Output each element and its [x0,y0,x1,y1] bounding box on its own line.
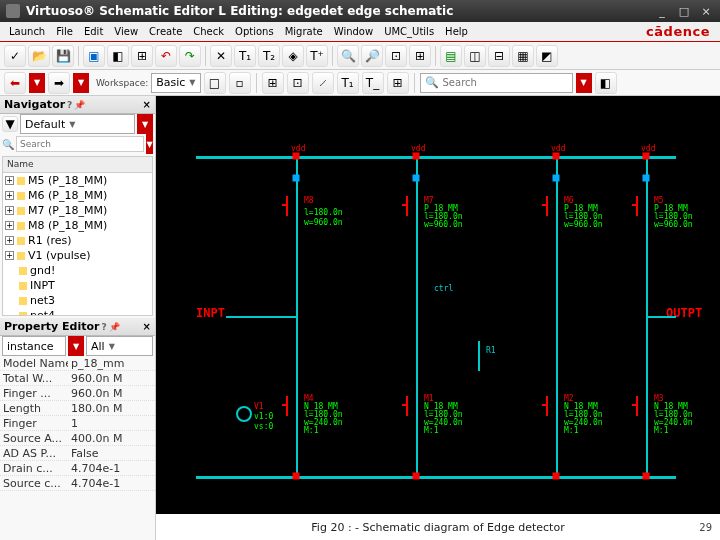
text-button[interactable]: T₁ [234,45,256,67]
search-box[interactable]: 🔍 [420,73,573,93]
search-input[interactable] [443,77,568,88]
expand-icon[interactable]: + [5,191,14,200]
expand-icon[interactable]: + [5,236,14,245]
redo-button[interactable]: ↷ [179,45,201,67]
schematic-canvas[interactable]: vdd vdd vdd vdd INPT OUTPT ctrl M8 l=1 [156,96,720,540]
undo-button[interactable]: ↶ [155,45,177,67]
expand-icon[interactable]: + [5,221,14,230]
menu-migrate[interactable]: Migrate [280,24,328,39]
menu-options[interactable]: Options [230,24,279,39]
menu-launch[interactable]: Launch [4,24,50,39]
tool-button[interactable]: ▫ [229,72,251,94]
navigator-tree[interactable]: Name +M5 (P_18_MM)+M6 (P_18_MM)+M7 (P_18… [2,156,153,316]
minimize-button[interactable]: _ [654,3,670,19]
prop-value[interactable]: 180.0n M [68,401,155,415]
maximize-button[interactable]: □ [676,3,692,19]
wire-button[interactable]: ⟋ [312,72,334,94]
tree-item[interactable]: +M5 (P_18_MM) [3,173,152,188]
tree-item[interactable]: net3 [3,293,152,308]
menu-window[interactable]: Window [329,24,378,39]
navigator-search-input[interactable] [16,136,144,152]
help-icon[interactable]: ? [101,322,106,332]
property-row[interactable]: Drain c...4.704e-1 [0,461,155,476]
search-dropdown[interactable]: ▼ [576,73,592,93]
property-row[interactable]: Total W...960.0n M [0,371,155,386]
search-dropdown[interactable]: ▼ [146,134,153,154]
prop-combo-2[interactable]: All▼ [86,336,153,356]
tool-button[interactable]: ◩ [536,45,558,67]
menu-file[interactable]: File [51,24,78,39]
tool-button[interactable]: T⁺ [306,45,328,67]
tree-item[interactable]: +R1 (res) [3,233,152,248]
close-button[interactable]: × [698,3,714,19]
tool-button[interactable]: ▣ [83,45,105,67]
property-row[interactable]: Finger ...960.0n M [0,386,155,401]
tool-button[interactable]: ⊞ [262,72,284,94]
tree-item[interactable]: +V1 (vpulse) [3,248,152,263]
prop-value[interactable]: 4.704e-1 [68,461,155,475]
check-save-button[interactable]: ✓ [4,45,26,67]
close-panel-button[interactable]: × [143,321,151,332]
prop-value[interactable]: 960.0n M [68,371,155,385]
expand-icon[interactable]: + [5,206,14,215]
tool-button[interactable]: ◧ [595,72,617,94]
prop-value[interactable]: False [68,446,155,460]
menu-create[interactable]: Create [144,24,187,39]
tool-button[interactable]: ⊞ [387,72,409,94]
property-row[interactable]: AD AS P...False [0,446,155,461]
tool-button[interactable]: ⊡ [287,72,309,94]
tool-button[interactable]: T₁ [337,72,359,94]
pin-icon[interactable]: 📌 [109,322,120,332]
tree-item[interactable]: gnd! [3,263,152,278]
tree-item[interactable]: net4 [3,308,152,316]
prop-value[interactable]: p_18_mm [68,356,155,370]
property-row[interactable]: Source c...4.704e-1 [0,476,155,491]
nav-dropdown[interactable]: ▼ [73,73,89,93]
tool-button[interactable]: □ [204,72,226,94]
delete-button[interactable]: ✕ [210,45,232,67]
expand-icon[interactable]: + [5,176,14,185]
open-button[interactable]: 📂 [28,45,50,67]
tool-button[interactable]: ◈ [282,45,304,67]
tree-item[interactable]: +M6 (P_18_MM) [3,188,152,203]
nav-button[interactable]: ⬅ [4,72,26,94]
prop-combo-1[interactable]: instance [2,336,66,356]
tree-item[interactable]: +M8 (P_18_MM) [3,218,152,233]
pin-icon[interactable]: 📌 [74,100,85,110]
workspace-combo[interactable]: Basic▼ [151,73,200,93]
property-row[interactable]: Length180.0n M [0,401,155,416]
menu-view[interactable]: View [109,24,143,39]
menu-help[interactable]: Help [440,24,473,39]
prop-value[interactable]: 960.0n M [68,386,155,400]
tool-button[interactable]: ⊞ [131,45,153,67]
property-list[interactable]: Model Namep_18_mmTotal W...960.0n MFinge… [0,356,155,540]
help-icon[interactable]: ? [67,100,72,110]
menu-edit[interactable]: Edit [79,24,108,39]
nav-button[interactable]: ➡ [48,72,70,94]
tool-button[interactable]: ⊞ [409,45,431,67]
property-row[interactable]: Model Namep_18_mm [0,356,155,371]
tree-item[interactable]: +M7 (P_18_MM) [3,203,152,218]
prop-value[interactable]: 4.704e-1 [68,476,155,490]
filter-icon[interactable]: ▼ [2,116,18,132]
hierarchy-button[interactable]: ▤ [440,45,462,67]
tool-button[interactable]: ⊡ [385,45,407,67]
close-panel-button[interactable]: × [143,99,151,110]
tool-button[interactable]: T_ [362,72,384,94]
tree-item[interactable]: INPT [3,278,152,293]
text-button[interactable]: T₂ [258,45,280,67]
property-row[interactable]: Finger1 [0,416,155,431]
tree-column-header[interactable]: Name [3,157,152,173]
save-button[interactable]: 💾 [52,45,74,67]
tool-button[interactable]: ▦ [512,45,534,67]
tool-button[interactable]: ⊟ [488,45,510,67]
nav-dropdown[interactable]: ▼ [29,73,45,93]
menu-check[interactable]: Check [188,24,229,39]
menu-umc-utils[interactable]: UMC_Utils [379,24,439,39]
zoom-out-button[interactable]: 🔎 [361,45,383,67]
zoom-button[interactable]: 🔍 [337,45,359,67]
expand-icon[interactable]: + [5,251,14,260]
tool-button[interactable]: ◧ [107,45,129,67]
property-row[interactable]: Source A...400.0n M [0,431,155,446]
mode-dropdown[interactable]: ▼ [137,114,153,134]
